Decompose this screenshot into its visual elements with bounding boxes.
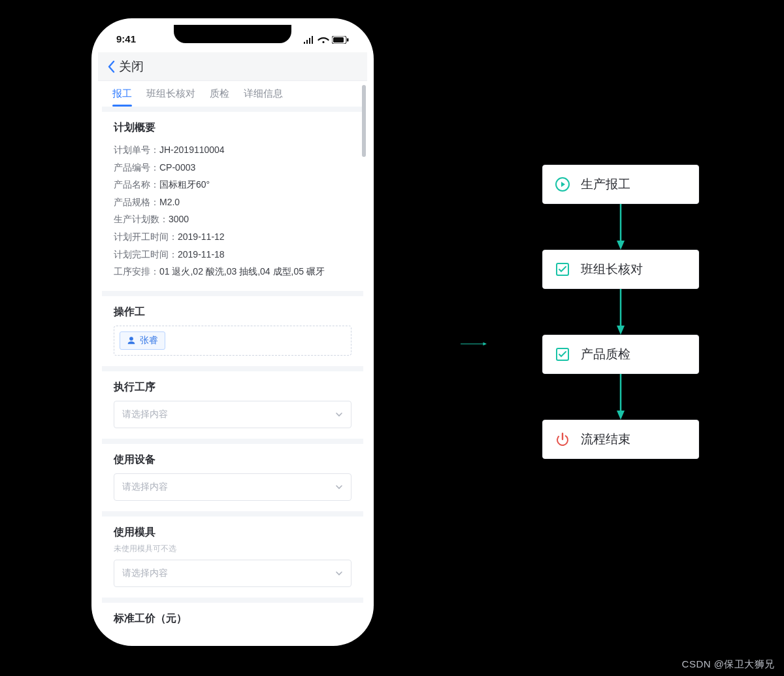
phone-mock: 9:41 关闭 报工 班组长核对 质检 详细信息	[98, 25, 367, 639]
user-icon	[127, 336, 136, 345]
checklist-icon	[555, 346, 570, 362]
plan-no-label: 计划单号：	[114, 144, 159, 155]
scrollbar[interactable]	[362, 85, 366, 157]
plan-no: JH-2019110004	[159, 144, 225, 155]
section-equipment: 使用设备 请选择内容	[102, 439, 363, 511]
svg-rect-1	[333, 37, 344, 42]
chevron-down-icon	[335, 483, 343, 491]
section-plan: 计划概要 计划单号：JH-2019110004 产品编号：CP-0003 产品名…	[102, 107, 363, 291]
flow-arrow	[615, 374, 626, 420]
process: 01 退火,02 酸洗,03 抽线,04 成型,05 碾牙	[159, 266, 325, 277]
qty: 3000	[169, 214, 189, 224]
operator-chip[interactable]: 张睿	[120, 331, 165, 350]
spec: M2.0	[159, 197, 180, 207]
product-no: CP-0003	[159, 162, 195, 173]
flow-arrow	[615, 289, 626, 335]
wifi-icon	[318, 36, 329, 44]
mold-hint: 未使用模具可不选	[114, 543, 351, 554]
flow-node-end: 流程结束	[542, 420, 699, 459]
signal-icon	[303, 36, 315, 44]
spec-label: 产品规格：	[114, 197, 159, 207]
price-title: 标准工价（元）	[114, 612, 351, 626]
equipment-title: 使用设备	[114, 453, 351, 467]
end: 2019-11-18	[178, 249, 225, 260]
battery-icon	[332, 36, 349, 44]
flow-node-verify: 班组长核对	[542, 250, 699, 289]
product-name-label: 产品名称：	[114, 179, 159, 190]
checklist-icon	[555, 262, 570, 277]
end-label: 计划完工时间：	[114, 249, 178, 260]
product-name: 国标粗牙60°	[159, 179, 210, 190]
tab-bar: 报工 班组长核对 质检 详细信息	[102, 81, 363, 107]
flow-node-report: 生产报工	[542, 165, 699, 204]
play-icon	[555, 177, 570, 192]
section-operator: 操作工 张睿	[102, 291, 363, 366]
equipment-placeholder: 请选择内容	[122, 481, 168, 493]
flow-label: 生产报工	[581, 176, 630, 193]
svg-marker-8	[617, 241, 625, 250]
chevron-left-icon	[107, 60, 115, 73]
watermark: CSDN @保卫大狮兄	[682, 658, 775, 671]
operator-title: 操作工	[114, 305, 351, 319]
step-title: 执行工序	[114, 380, 351, 394]
flow-label: 班组长核对	[581, 261, 643, 278]
qty-label: 生产计划数：	[114, 214, 169, 224]
equipment-select[interactable]: 请选择内容	[114, 473, 351, 501]
process-label: 工序安排：	[114, 266, 159, 277]
page-scroll[interactable]: 报工 班组长核对 质检 详细信息 计划概要 计划单号：JH-2019110004…	[102, 81, 363, 632]
flow-arrow	[615, 204, 626, 250]
power-icon	[555, 431, 570, 447]
tab-verify[interactable]: 班组长核对	[146, 88, 195, 107]
step-placeholder: 请选择内容	[122, 409, 168, 420]
back-button[interactable]	[107, 60, 115, 73]
tab-report[interactable]: 报工	[112, 88, 132, 107]
svg-marker-14	[617, 411, 625, 420]
svg-marker-11	[617, 326, 625, 335]
nav-title[interactable]: 关闭	[119, 58, 144, 75]
mold-select[interactable]: 请选择内容	[114, 560, 351, 587]
svg-marker-6	[561, 182, 565, 187]
operator-name: 张睿	[140, 335, 158, 346]
section-mold: 使用模具 未使用模具可不选 请选择内容	[102, 511, 363, 598]
flow-label: 流程结束	[581, 431, 630, 448]
tab-qc[interactable]: 质检	[210, 88, 229, 107]
step-select[interactable]: 请选择内容	[114, 401, 351, 428]
svg-marker-4	[483, 343, 487, 346]
chevron-down-icon	[335, 411, 343, 418]
flow-diagram: 生产报工 班组长核对 产品质检 流程结束	[536, 165, 706, 459]
section-price: 标准工价（元） 暂无内容	[102, 598, 363, 632]
flow-label: 产品质检	[581, 346, 630, 363]
status-time: 9:41	[116, 33, 136, 44]
start-label: 计划开工时间：	[114, 231, 178, 242]
link-arrow-icon	[444, 341, 503, 346]
tab-detail[interactable]: 详细信息	[244, 88, 283, 107]
phone-notch	[174, 25, 291, 43]
chevron-down-icon	[335, 569, 343, 577]
mold-title: 使用模具	[114, 526, 351, 539]
mold-placeholder: 请选择内容	[122, 567, 168, 579]
nav-bar: 关闭	[98, 52, 367, 81]
section-step: 执行工序 请选择内容	[102, 366, 363, 439]
start: 2019-11-12	[178, 231, 225, 242]
operator-picker[interactable]: 张睿	[114, 326, 351, 356]
flow-node-qc: 产品质检	[542, 335, 699, 374]
status-icons	[303, 33, 349, 44]
plan-title: 计划概要	[114, 121, 351, 135]
product-no-label: 产品编号：	[114, 162, 159, 173]
svg-rect-2	[347, 38, 349, 41]
